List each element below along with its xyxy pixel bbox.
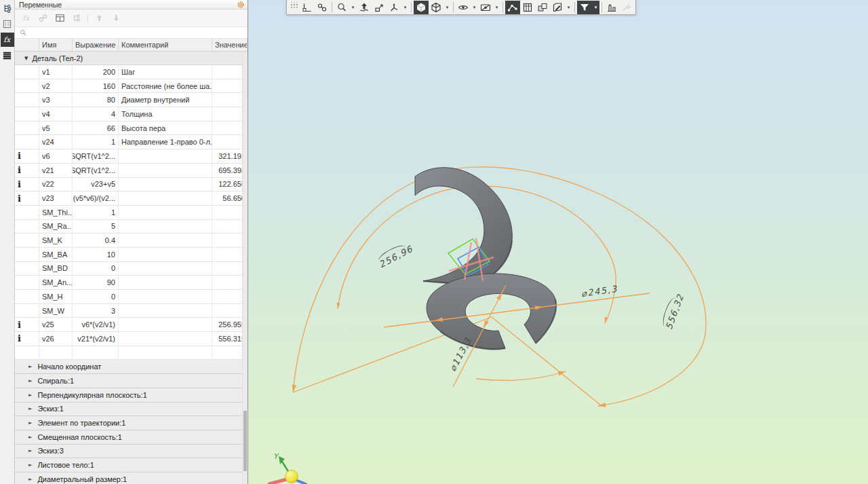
link-variable-button[interactable] [35,12,50,25]
filter-dropdown[interactable]: ▾ [592,1,599,14]
annotate-button[interactable] [550,1,565,14]
measure-button[interactable] [604,1,619,14]
variable-expression-cell[interactable]: SQRT(v1^2... [73,149,119,163]
scene-canvas[interactable]: Y [248,0,868,484]
column-header-name[interactable]: Имя [39,39,73,51]
tree-item-эскиз-1[interactable]: ►Эскиз:1 [15,403,248,417]
column-header-expression[interactable]: Выражение [73,39,119,51]
gear-icon[interactable] [237,1,245,9]
variable-row[interactable]: iv25v6*(v2/v1)256.955 [15,318,248,332]
variable-expression-cell[interactable]: v6*(v2/v1) [73,318,119,331]
column-header-value[interactable]: Значение [212,39,248,51]
variable-expression-cell[interactable]: v23+v5 [73,178,119,191]
variable-expression-cell[interactable]: 66 [73,122,119,135]
array-button[interactable] [520,1,535,14]
hide-elements-dropdown[interactable]: ▾ [493,1,500,14]
variable-expression-cell[interactable]: v21*(v2/v1) [73,332,119,346]
expand-triangle-icon[interactable]: ► [28,448,32,453]
variable-row[interactable] [15,346,248,360]
variable-comment-cell[interactable] [119,346,212,360]
visibility-dropdown[interactable]: ▾ [471,1,478,14]
variable-name-cell[interactable]: v25 [39,318,73,331]
variable-comment-cell[interactable] [119,304,212,318]
variable-name-cell[interactable]: SM_W [39,304,73,318]
drag-handle-icon[interactable] [290,1,298,14]
variable-expression-cell[interactable]: 0 [73,262,119,276]
expand-triangle-icon[interactable]: ► [28,364,32,369]
move-body-button[interactable] [372,1,387,14]
hide-elements-button[interactable] [478,1,493,14]
variable-expression-cell[interactable]: 0.4 [73,234,119,247]
tree-item-элемент-по-траектории-1[interactable]: ►Элемент по траектории:1 [15,416,248,430]
variable-row[interactable]: v2160Расстояние (не более ша... [15,79,248,94]
properties-list-button[interactable] [1,17,14,31]
tree-item-диаметральный-размер-1[interactable]: ►Диаметральный размер:1 [15,472,248,484]
smooth-path-button[interactable] [505,1,520,14]
tree-item-смещенная-плоскость-1[interactable]: ►Смещенная плоскость:1 [15,430,248,445]
wireframe-view-button[interactable] [429,1,443,14]
orientation-triad[interactable]: Y [269,452,306,484]
variable-comment-cell[interactable] [119,276,212,289]
variable-comment-cell[interactable] [119,178,212,191]
shaded-view-button[interactable] [414,1,429,14]
panel-scrollbar[interactable] [242,52,248,484]
variable-comment-cell[interactable]: Высота пера [119,122,212,135]
extrude-button[interactable] [357,1,372,14]
variable-comment-cell[interactable] [119,191,212,205]
variable-expression-cell[interactable]: 80 [73,93,119,107]
wireframe-view-dropdown[interactable]: ▾ [443,1,451,14]
eyedropper-button[interactable] [619,1,634,14]
variable-comment-cell[interactable] [119,234,212,247]
variable-row[interactable]: v1200Шаг [15,65,248,79]
variable-row[interactable]: v380Диаметр внутрений [15,93,248,107]
visibility-button[interactable] [456,1,471,14]
dependencies-button[interactable] [69,12,84,25]
variable-expression-cell[interactable]: 90 [73,276,119,289]
relations-button[interactable] [315,1,330,14]
variable-comment-cell[interactable] [119,206,212,219]
expand-triangle-icon[interactable]: ► [28,477,32,482]
variable-comment-cell[interactable] [119,290,212,303]
annotate-dropdown[interactable]: ▾ [565,1,572,14]
variable-name-cell[interactable]: v4 [39,107,73,121]
variable-expression-cell[interactable]: 1 [73,135,119,149]
variable-row[interactable]: SM_K0.4 [15,234,248,248]
variable-name-cell[interactable]: v23 [39,191,73,205]
variable-row[interactable]: SM_Ra...5 [15,220,248,234]
diameter-lines[interactable] [384,285,650,387]
variable-comment-cell[interactable]: Расстояние (не более ша... [119,79,212,93]
variable-name-cell[interactable] [39,346,73,360]
variable-row[interactable]: v241Направление 1-право 0-л... [15,135,248,149]
tree-item-перпендикулярная-плоскость-1[interactable]: ►Перпендикулярная плоскость:1 [15,388,248,403]
variables-fx-button[interactable]: fx [1,33,14,47]
variable-row[interactable]: iv23(v5*v6)/(v2...56.650 [15,191,248,206]
variable-name-cell[interactable]: v21 [39,164,73,177]
variable-comment-cell[interactable] [119,332,212,346]
variable-name-cell[interactable]: SM_K [39,234,73,247]
variable-comment-cell[interactable] [119,248,212,261]
expand-triangle-icon[interactable]: ► [28,434,32,440]
variable-expression-cell[interactable] [73,346,119,360]
zoom-mode-dropdown[interactable]: ▾ [349,1,357,14]
variable-comment-cell[interactable] [119,318,212,331]
variable-name-cell[interactable]: SM_Thi... [39,206,73,219]
variable-row[interactable]: iv26v21*(v2/v1)556.319 [15,332,248,346]
variable-expression-cell[interactable]: 160 [73,79,119,93]
variable-expression-cell[interactable]: 4 [73,107,119,121]
variable-expression-cell[interactable]: (v5*v6)/(v2... [73,191,119,205]
variable-row[interactable]: iv22v23+v5122.650 [15,178,248,192]
menu-lines-button[interactable] [1,48,14,62]
variable-comment-cell[interactable]: Диаметр внутрений [119,93,212,107]
variable-name-cell[interactable]: SM_H [39,290,73,303]
tree-item-эскиз-3[interactable]: ►Эскиз:3 [15,445,248,459]
variable-row[interactable]: SM_H0 [15,290,248,304]
variable-name-cell[interactable]: v1 [39,65,73,79]
variable-expression-cell[interactable]: 10 [73,248,119,261]
variable-row[interactable]: SM_BA10 [15,248,248,262]
move-up-button[interactable] [92,12,106,25]
expand-triangle-icon[interactable]: ► [28,406,32,411]
expand-triangle-icon[interactable]: ► [28,420,32,426]
variable-expression-cell[interactable]: SQRT(v1^2... [73,164,119,177]
variable-row[interactable]: iv21SQRT(v1^2...695.398 [15,164,248,178]
variable-comment-cell[interactable]: Направление 1-право 0-л... [119,135,212,149]
